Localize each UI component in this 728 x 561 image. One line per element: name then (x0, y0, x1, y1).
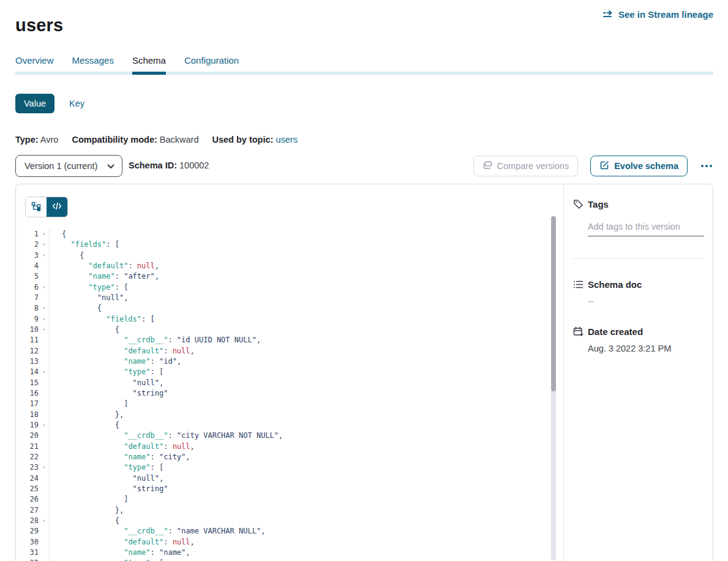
tab-configuration[interactable]: Configuration (184, 55, 239, 66)
code-line: 4 "default": null, (16, 261, 549, 271)
schema-meta-row: Type: Avro Compatibility mode: Backward … (15, 135, 298, 145)
tab-overview[interactable]: Overview (15, 55, 54, 66)
fold-triangle-icon[interactable]: ▾ (39, 558, 49, 561)
fold-spacer (39, 261, 49, 271)
line-number: 21 (16, 442, 39, 452)
line-number: 22 (16, 452, 39, 462)
schema-doc-value: -- (588, 296, 704, 306)
code-line: 18 }, (16, 410, 549, 420)
fold-spacer (39, 356, 49, 367)
value-toggle-button[interactable]: Value (15, 94, 54, 113)
code-text: "type": [ (50, 282, 128, 293)
code-text: "default": null, (50, 442, 195, 452)
tree-view-button[interactable] (26, 197, 47, 217)
line-number: 15 (16, 378, 39, 388)
code-line: 5 "name": "after", (16, 271, 549, 282)
fold-triangle-icon[interactable]: ▾ (39, 516, 49, 526)
code-text: "null", (50, 378, 163, 388)
code-line: 31 "name": "name", (16, 548, 549, 558)
code-line: 9▾ "fields": [ (16, 314, 549, 325)
schema-card: 1▾{2▾ "fields": [3▾ {4 "default": null,5… (15, 184, 713, 561)
type-meta: Type: Avro (15, 135, 58, 145)
code-text: ] (50, 399, 128, 409)
fold-spacer (39, 526, 49, 537)
code-text: "name": "city", (50, 452, 190, 462)
type-label: Type: (15, 135, 39, 145)
fold-spacer (39, 537, 49, 548)
line-number: 12 (16, 346, 39, 356)
fold-spacer (39, 442, 49, 452)
schema-doc-heading: Schema doc (573, 279, 704, 290)
see-in-stream-lineage-link[interactable]: See in Stream lineage (602, 9, 713, 20)
line-number: 13 (16, 356, 39, 367)
tag-icon (573, 199, 584, 209)
code-text: ] (50, 494, 128, 505)
more-options-button[interactable] (700, 162, 713, 170)
compare-versions-button[interactable]: Compare versions (473, 156, 579, 176)
code-text: "type": [ (50, 558, 163, 561)
fold-spacer (39, 271, 49, 282)
code-text: "null", (50, 293, 128, 303)
compare-versions-label: Compare versions (497, 161, 569, 171)
fold-triangle-icon[interactable]: ▾ (39, 250, 49, 261)
tree-view-icon (31, 201, 41, 213)
fold-triangle-icon[interactable]: ▾ (39, 420, 49, 431)
line-number: 27 (16, 505, 39, 516)
fold-triangle-icon[interactable]: ▾ (39, 367, 49, 377)
code-text: }, (50, 505, 124, 516)
code-line: 13 "name": "id", (16, 356, 549, 367)
scrollbar-thumb[interactable] (551, 216, 556, 391)
code-editor[interactable]: 1▾{2▾ "fields": [3▾ {4 "default": null,5… (16, 229, 549, 561)
code-text: { (50, 516, 119, 526)
code-text: { (50, 229, 66, 239)
fold-triangle-icon[interactable]: ▾ (39, 239, 49, 250)
fold-spacer (39, 431, 49, 441)
line-number: 9 (16, 314, 39, 325)
code-text: }, (50, 410, 124, 420)
date-created-heading-label: Date created (588, 326, 643, 337)
code-view-button[interactable] (47, 197, 67, 217)
fold-triangle-icon[interactable]: ▾ (39, 282, 49, 293)
fold-spacer (39, 346, 49, 356)
fold-triangle-icon[interactable]: ▾ (39, 325, 49, 335)
tab-messages[interactable]: Messages (72, 55, 114, 66)
code-text: "default": null, (50, 261, 159, 271)
key-toggle-button[interactable]: Key (69, 99, 84, 108)
fold-triangle-icon[interactable]: ▾ (39, 462, 49, 473)
line-number: 7 (16, 293, 39, 303)
ellipsis-icon (701, 165, 704, 167)
compatibility-label: Compatibility mode: (72, 135, 157, 145)
fold-triangle-icon[interactable]: ▾ (39, 314, 49, 325)
scrollbar-track[interactable] (551, 216, 556, 560)
line-number: 30 (16, 537, 39, 548)
tags-input[interactable] (588, 222, 704, 236)
code-line: 10▾ { (16, 325, 549, 335)
code-text: "string" (50, 388, 168, 399)
schema-view-toggle (25, 197, 68, 217)
code-line: 26 ] (16, 494, 549, 505)
line-number: 29 (16, 526, 39, 537)
list-icon (573, 280, 584, 289)
code-text: "name": "id", (50, 356, 181, 367)
evolve-schema-button[interactable]: Evolve schema (590, 156, 688, 176)
tags-section-heading: Tags (573, 199, 704, 209)
fold-spacer (39, 494, 49, 505)
code-text: "__crdb__": "id UUID NOT NULL", (50, 335, 261, 345)
version-select-value: Version 1 (current) (24, 161, 97, 171)
code-line: 23▾ "type": [ (16, 462, 549, 473)
code-text: "name": "name", (50, 548, 190, 558)
line-number: 10 (16, 325, 39, 335)
line-number: 3 (16, 250, 39, 261)
line-number: 26 (16, 494, 39, 505)
code-line: 29 "__crdb__": "name VARCHAR NULL", (16, 526, 549, 537)
tab-bar: Overview Messages Schema Configuration (15, 55, 239, 66)
version-select[interactable]: Version 1 (current) (15, 155, 122, 177)
fold-triangle-icon[interactable]: ▾ (39, 229, 49, 239)
fold-triangle-icon[interactable]: ▾ (39, 303, 49, 314)
evolve-schema-label: Evolve schema (614, 161, 678, 171)
used-by-topic-link[interactable]: users (276, 135, 297, 145)
tab-schema[interactable]: Schema (132, 55, 166, 66)
code-line: 27 }, (16, 505, 549, 516)
stream-lineage-icon (602, 10, 614, 19)
code-line: 21 "default": null, (16, 442, 549, 452)
